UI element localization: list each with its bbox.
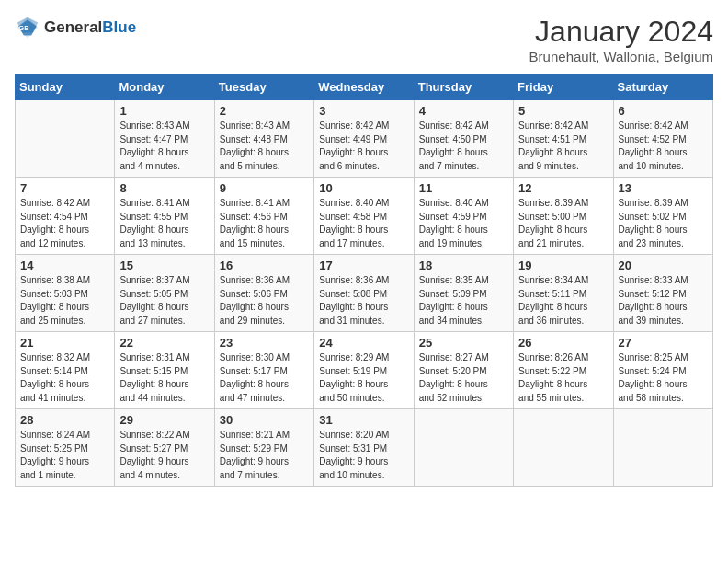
day-number: 17 [319,259,408,272]
calendar-cell: 29Sunrise: 8:22 AM Sunset: 5:27 PM Dayli… [115,409,214,487]
calendar-cell: 13Sunrise: 8:39 AM Sunset: 5:02 PM Dayli… [613,178,712,255]
day-number: 2 [220,104,309,118]
calendar-cell: 20Sunrise: 8:33 AM Sunset: 5:12 PM Dayli… [613,255,712,332]
title-area: January 2024 Brunehault, Wallonia, Belgi… [529,15,713,64]
calendar-cell: 5Sunrise: 8:42 AM Sunset: 4:51 PM Daylig… [514,100,613,178]
day-number: 22 [119,336,209,350]
calendar-cell: 31Sunrise: 8:20 AM Sunset: 5:31 PM Dayli… [314,409,414,487]
day-info: Sunrise: 8:33 AM Sunset: 5:12 PM Dayligh… [619,274,708,327]
day-number: 21 [20,336,109,350]
logo-blue-text: Blue [102,18,136,36]
day-info: Sunrise: 8:34 AM Sunset: 5:11 PM Dayligh… [518,274,608,327]
header: GB GeneralBlue January 2024 Brunehault, … [15,15,713,64]
day-number: 27 [619,336,708,350]
day-number: 12 [518,181,608,195]
day-number: 29 [119,413,209,427]
day-info: Sunrise: 8:42 AM Sunset: 4:51 PM Dayligh… [518,120,608,173]
calendar-cell: 11Sunrise: 8:40 AM Sunset: 4:59 PM Dayli… [414,178,513,255]
day-number: 23 [220,336,309,350]
calendar-week-row: 28Sunrise: 8:24 AM Sunset: 5:25 PM Dayli… [16,409,713,487]
day-info: Sunrise: 8:40 AM Sunset: 4:59 PM Dayligh… [419,197,508,250]
day-info: Sunrise: 8:32 AM Sunset: 5:14 PM Dayligh… [20,351,109,405]
day-info: Sunrise: 8:43 AM Sunset: 4:47 PM Dayligh… [119,120,209,173]
day-number: 20 [619,259,708,272]
day-info: Sunrise: 8:26 AM Sunset: 5:22 PM Dayligh… [518,351,608,405]
day-info: Sunrise: 8:30 AM Sunset: 5:17 PM Dayligh… [220,351,309,405]
calendar-cell: 30Sunrise: 8:21 AM Sunset: 5:29 PM Dayli… [214,409,313,487]
calendar-cell: 28Sunrise: 8:24 AM Sunset: 5:25 PM Dayli… [16,409,115,487]
calendar-cell: 19Sunrise: 8:34 AM Sunset: 5:11 PM Dayli… [514,255,613,332]
day-number: 6 [619,104,708,118]
calendar-cell: 4Sunrise: 8:42 AM Sunset: 4:50 PM Daylig… [414,100,513,178]
day-info: Sunrise: 8:21 AM Sunset: 5:29 PM Dayligh… [220,429,309,482]
day-number: 10 [319,181,408,195]
location-subtitle: Brunehault, Wallonia, Belgium [529,49,713,64]
calendar-cell: 9Sunrise: 8:41 AM Sunset: 4:56 PM Daylig… [214,178,313,255]
day-info: Sunrise: 8:38 AM Sunset: 5:03 PM Dayligh… [20,274,109,327]
day-number: 9 [220,181,309,195]
month-title: January 2024 [529,15,713,49]
calendar-cell: 16Sunrise: 8:36 AM Sunset: 5:06 PM Dayli… [214,255,313,332]
calendar-cell: 8Sunrise: 8:41 AM Sunset: 4:55 PM Daylig… [115,178,214,255]
day-info: Sunrise: 8:39 AM Sunset: 5:02 PM Dayligh… [619,197,708,250]
logo-general-text: General [44,18,102,36]
day-number: 28 [20,413,109,427]
svg-text:GB: GB [18,24,29,32]
calendar-week-row: 21Sunrise: 8:32 AM Sunset: 5:14 PM Dayli… [16,332,713,409]
calendar-cell: 7Sunrise: 8:42 AM Sunset: 4:54 PM Daylig… [16,178,115,255]
header-day-wednesday: Wednesday [314,75,414,100]
calendar-cell: 1Sunrise: 8:43 AM Sunset: 4:47 PM Daylig… [115,100,214,178]
header-day-friday: Friday [514,75,613,100]
calendar-cell: 10Sunrise: 8:40 AM Sunset: 4:58 PM Dayli… [314,178,414,255]
header-day-sunday: Sunday [16,75,115,100]
calendar-table: SundayMondayTuesdayWednesdayThursdayFrid… [15,74,713,487]
calendar-cell: 17Sunrise: 8:36 AM Sunset: 5:08 PM Dayli… [314,255,414,332]
day-info: Sunrise: 8:31 AM Sunset: 5:15 PM Dayligh… [119,351,209,405]
header-day-saturday: Saturday [613,75,712,100]
day-info: Sunrise: 8:29 AM Sunset: 5:19 PM Dayligh… [319,351,408,405]
day-number: 4 [419,104,508,118]
calendar-cell: 21Sunrise: 8:32 AM Sunset: 5:14 PM Dayli… [16,332,115,409]
day-number: 14 [20,259,109,272]
calendar-week-row: 7Sunrise: 8:42 AM Sunset: 4:54 PM Daylig… [16,178,713,255]
day-number: 16 [220,259,309,272]
calendar-cell: 3Sunrise: 8:42 AM Sunset: 4:49 PM Daylig… [314,100,414,178]
day-info: Sunrise: 8:41 AM Sunset: 4:56 PM Dayligh… [220,197,309,250]
calendar-cell: 23Sunrise: 8:30 AM Sunset: 5:17 PM Dayli… [214,332,313,409]
day-info: Sunrise: 8:37 AM Sunset: 5:05 PM Dayligh… [119,274,209,327]
day-info: Sunrise: 8:24 AM Sunset: 5:25 PM Dayligh… [20,429,109,482]
day-info: Sunrise: 8:43 AM Sunset: 4:48 PM Dayligh… [220,120,309,173]
calendar-cell: 12Sunrise: 8:39 AM Sunset: 5:00 PM Dayli… [514,178,613,255]
day-info: Sunrise: 8:40 AM Sunset: 4:58 PM Dayligh… [319,197,408,250]
day-number: 24 [319,336,408,350]
day-number: 25 [419,336,508,350]
header-day-tuesday: Tuesday [214,75,313,100]
calendar-cell: 2Sunrise: 8:43 AM Sunset: 4:48 PM Daylig… [214,100,313,178]
day-info: Sunrise: 8:42 AM Sunset: 4:50 PM Dayligh… [419,120,508,173]
day-info: Sunrise: 8:35 AM Sunset: 5:09 PM Dayligh… [419,274,508,327]
calendar-cell [16,100,115,178]
calendar-cell [613,409,712,487]
calendar-week-row: 14Sunrise: 8:38 AM Sunset: 5:03 PM Dayli… [16,255,713,332]
day-number: 7 [20,181,109,195]
calendar-cell: 18Sunrise: 8:35 AM Sunset: 5:09 PM Dayli… [414,255,513,332]
day-number: 1 [119,104,209,118]
calendar-cell: 24Sunrise: 8:29 AM Sunset: 5:19 PM Dayli… [314,332,414,409]
day-number: 3 [319,104,408,118]
day-number: 15 [119,259,209,272]
day-number: 26 [518,336,608,350]
calendar-cell: 6Sunrise: 8:42 AM Sunset: 4:52 PM Daylig… [613,100,712,178]
day-info: Sunrise: 8:36 AM Sunset: 5:06 PM Dayligh… [220,274,309,327]
calendar-header-row: SundayMondayTuesdayWednesdayThursdayFrid… [16,75,713,100]
day-number: 13 [619,181,708,195]
calendar-week-row: 1Sunrise: 8:43 AM Sunset: 4:47 PM Daylig… [16,100,713,178]
logo-icon: GB [15,15,40,40]
day-number: 19 [518,259,608,272]
day-number: 18 [419,259,508,272]
day-info: Sunrise: 8:41 AM Sunset: 4:55 PM Dayligh… [119,197,209,250]
day-info: Sunrise: 8:42 AM Sunset: 4:52 PM Dayligh… [619,120,708,173]
calendar-cell: 26Sunrise: 8:26 AM Sunset: 5:22 PM Dayli… [514,332,613,409]
calendar-cell: 27Sunrise: 8:25 AM Sunset: 5:24 PM Dayli… [613,332,712,409]
calendar-cell: 14Sunrise: 8:38 AM Sunset: 5:03 PM Dayli… [16,255,115,332]
day-number: 8 [119,181,209,195]
